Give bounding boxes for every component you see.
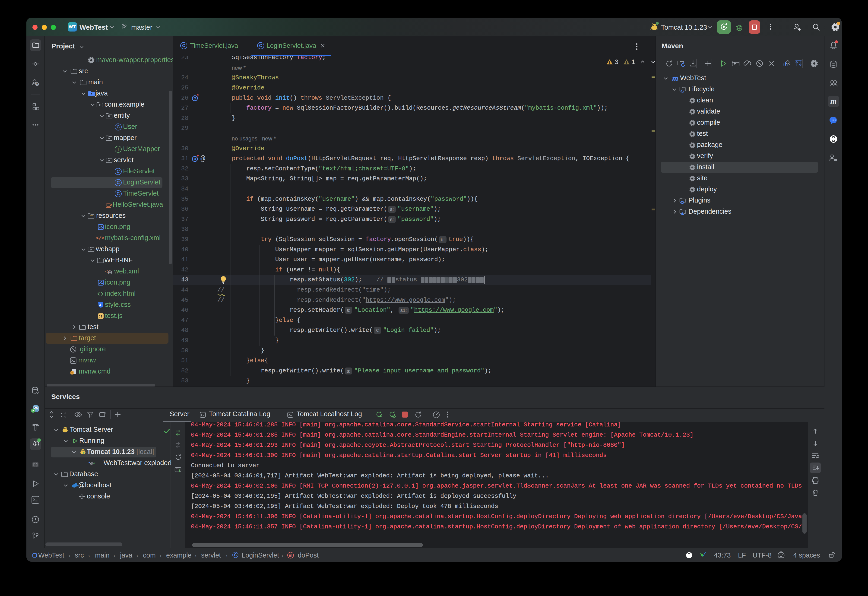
svg-text:?: ? <box>36 83 38 86</box>
svg-text:JS: JS <box>99 315 102 318</box>
svg-text:3: 3 <box>99 303 101 307</box>
